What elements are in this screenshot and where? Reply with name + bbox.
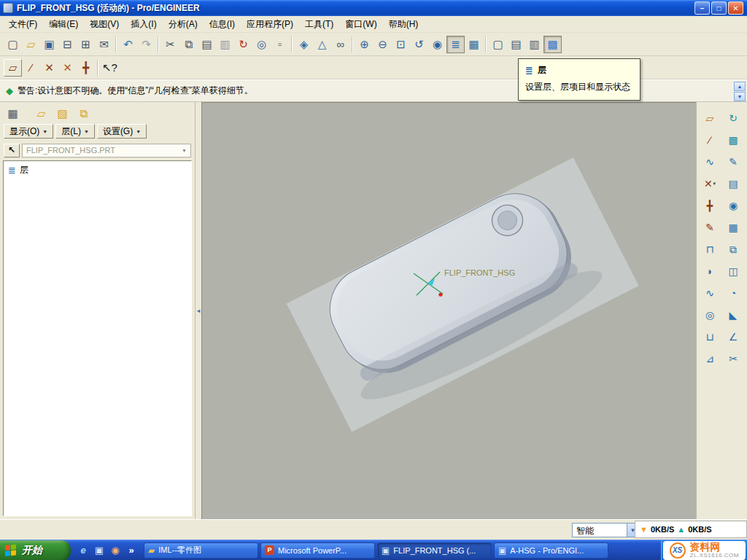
task-iml-folder[interactable]: ▰IML--零件图	[144, 542, 258, 559]
scroll-down-icon[interactable]: ▼	[734, 92, 746, 101]
datum-plane-icon[interactable]: ▱	[701, 109, 719, 126]
menu-item[interactable]: 视图(V)	[84, 17, 125, 32]
open-folder-icon[interactable]: ▱	[22, 36, 40, 53]
menu-item[interactable]: 工具(T)	[299, 17, 339, 32]
shade-icon[interactable]: ▩	[724, 131, 743, 148]
layer-tree-root[interactable]: ≣ 层	[4, 161, 191, 179]
revolve-icon[interactable]: ◗	[701, 262, 719, 279]
panel-menu-button[interactable]: 设置(G)▼	[97, 124, 147, 139]
datum-curve-icon[interactable]: ∿	[701, 153, 719, 170]
shaded-display-icon[interactable]: ▩	[543, 36, 562, 53]
find-icon[interactable]: ◎	[252, 36, 271, 53]
overflow-chevron-icon[interactable]: »	[124, 543, 139, 558]
datum-plane-tool-icon[interactable]: ▱	[4, 59, 22, 77]
smart-filter-icon[interactable]: ◈	[295, 36, 313, 53]
menu-item[interactable]: 插入(I)	[125, 17, 162, 32]
nohidden-display-icon[interactable]: ▥	[525, 36, 543, 53]
datum-axis-tool-icon[interactable]: ∕	[22, 59, 40, 77]
menu-item[interactable]: 窗口(W)	[339, 17, 382, 32]
task-flip-front-hsg[interactable]: ▣FLIP_FRONT_HSG (...	[377, 542, 492, 559]
sketch-view-icon[interactable]: ✎	[724, 153, 743, 170]
save-icon[interactable]: ▣	[40, 36, 58, 53]
refit-icon[interactable]: ⊡	[392, 36, 410, 53]
spectacles-icon[interactable]: ∞	[331, 36, 349, 53]
layers-icon[interactable]: ≣	[446, 36, 465, 53]
tooltip-title-row: ≣ 层	[519, 59, 640, 79]
menu-item[interactable]: 帮助(H)	[383, 17, 425, 32]
grid-icon[interactable]: ▦	[724, 219, 743, 236]
trim-icon[interactable]: ✂	[724, 350, 743, 367]
show-desktop-icon[interactable]: ▣	[92, 543, 107, 558]
saved-views-icon[interactable]: ◉	[428, 36, 446, 53]
menu-item[interactable]: 编辑(E)	[43, 17, 84, 32]
feature-list-icon[interactable]: ▤	[724, 175, 743, 192]
analysis-display-icon[interactable]: △	[313, 36, 331, 53]
draft-icon[interactable]: ∠	[724, 328, 743, 345]
datum-point-tool-icon[interactable]: ✕	[40, 59, 58, 77]
maximize-button[interactable]: □	[711, 1, 727, 15]
email-icon[interactable]: ✉	[95, 36, 113, 53]
media-player-icon[interactable]: ◉	[108, 543, 123, 558]
menu-item[interactable]: 信息(I)	[204, 17, 241, 32]
select-box-icon[interactable]: ▫	[271, 36, 289, 53]
graphics-viewport[interactable]: FLIP_FRONT_HSG	[201, 102, 696, 519]
menu-item[interactable]: 分析(A)	[163, 17, 204, 32]
cut-icon[interactable]: ✂	[161, 36, 179, 53]
info-icon[interactable]: ◉	[724, 197, 743, 214]
close-button[interactable]: ✕	[728, 1, 743, 15]
tree-filter-icon[interactable]: ⧉	[74, 104, 93, 122]
selection-filter-combobox[interactable]: 智能 ▼	[572, 523, 639, 537]
csys-icon[interactable]: ╋	[701, 197, 719, 214]
hole-icon[interactable]: ◎	[701, 306, 719, 323]
active-model-combobox[interactable]: FLIP_FRONT_HSG.PRT ▼	[22, 144, 191, 158]
select-cursor-icon[interactable]: ↖	[4, 144, 20, 158]
hiddenline-display-icon[interactable]: ▤	[507, 36, 525, 53]
chevron-down-icon: ▼	[42, 129, 47, 134]
panel-menu-button[interactable]: 显示(O)▼	[4, 124, 53, 139]
regenerate-icon[interactable]: ↻	[234, 36, 252, 53]
feature-toolbar: ▱↻∕▩∿✎✕▾▤╋◉✎▦⊓⧉◗◫∿◔◎◣⊔∠⊿✂	[696, 102, 747, 519]
datum-point-icon[interactable]: ✕▾	[701, 175, 719, 192]
zoom-in-icon[interactable]: ⊕	[355, 36, 374, 53]
task-a-hsg[interactable]: ▣A-HSG - Pro/ENGI...	[494, 542, 608, 559]
wireframe-display-icon[interactable]: ▢	[489, 36, 507, 53]
collapse-panel-icon[interactable]: ◂	[196, 297, 201, 324]
undo-icon[interactable]: ↶	[119, 36, 137, 53]
datum-axis-icon[interactable]: ∕	[701, 131, 719, 148]
print-icon[interactable]: ⊟	[58, 36, 77, 53]
ie-icon[interactable]: e	[76, 543, 90, 558]
chamfer-icon[interactable]: ◣	[724, 306, 743, 323]
rib-icon[interactable]: ⊿	[701, 350, 719, 367]
zoom-out-icon[interactable]: ⊖	[374, 36, 392, 53]
datum-offset-point-tool-icon[interactable]: ✕	[58, 59, 77, 77]
panel-splitter[interactable]: ◂	[196, 102, 201, 519]
start-button[interactable]: 开始	[0, 540, 71, 560]
sweep-icon[interactable]: ∿	[701, 284, 719, 301]
copy-icon[interactable]: ⧉	[179, 36, 198, 53]
paste-icon[interactable]: ▤	[198, 36, 216, 53]
sketch-tool-icon[interactable]: ✎	[701, 219, 719, 236]
shell-icon[interactable]: ⊔	[701, 328, 719, 345]
layer-tree-icon[interactable]: ▨	[53, 104, 71, 122]
view-manager-icon[interactable]: ▦	[465, 36, 483, 53]
menu-item[interactable]: 应用程序(P)	[241, 17, 299, 32]
datum-csys-tool-icon[interactable]: ╋	[77, 59, 95, 77]
tree-columns-icon[interactable]: ▦	[4, 104, 22, 122]
show-tree-icon[interactable]: ▱	[32, 104, 50, 122]
round-icon[interactable]: ◔	[724, 284, 743, 301]
new-file-icon[interactable]: ▢	[4, 36, 22, 53]
mirror-icon[interactable]: ◫	[724, 262, 743, 279]
minimize-button[interactable]: –	[694, 1, 710, 15]
context-help-icon[interactable]: ↖?	[101, 59, 119, 77]
redraw-icon[interactable]: ↻	[724, 109, 743, 126]
pattern-icon[interactable]: ⧉	[724, 241, 743, 257]
reorient-icon[interactable]: ↺	[410, 36, 428, 53]
redo-icon[interactable]: ↷	[137, 36, 155, 53]
extrude-icon[interactable]: ⊓	[701, 241, 719, 257]
menu-item[interactable]: 文件(F)	[3, 17, 43, 32]
panel-menu-button[interactable]: 层(L)▼	[55, 124, 95, 139]
task-powerpoint[interactable]: PMicrosoft PowerP...	[260, 542, 375, 559]
print-preview-icon[interactable]: ⊞	[77, 36, 95, 53]
scroll-up-icon[interactable]: ▲	[734, 82, 746, 91]
paste-special-icon[interactable]: ▥	[216, 36, 234, 53]
